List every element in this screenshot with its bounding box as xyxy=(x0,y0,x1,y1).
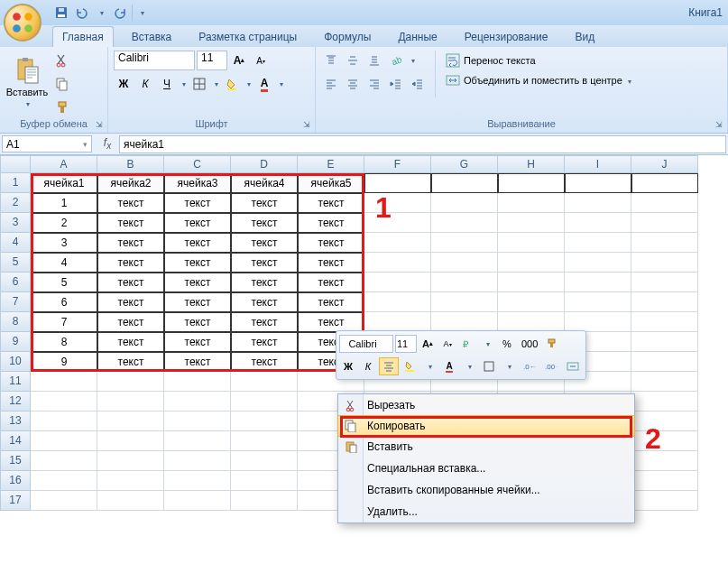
cell[interactable] xyxy=(565,233,631,253)
cell[interactable] xyxy=(631,491,698,511)
cell[interactable] xyxy=(31,451,97,471)
cell[interactable] xyxy=(431,312,498,332)
cell[interactable] xyxy=(431,213,498,233)
select-all-corner[interactable] xyxy=(0,155,31,173)
cell[interactable] xyxy=(431,273,498,292)
orientation-button[interactable]: ab xyxy=(386,51,406,70)
mini-accounting-dropdown[interactable] xyxy=(478,335,496,353)
cell[interactable] xyxy=(31,411,97,431)
qat-customize[interactable] xyxy=(132,4,150,22)
cell[interactable] xyxy=(498,253,565,273)
tab-review[interactable]: Рецензирование xyxy=(456,27,558,47)
cell[interactable]: текст xyxy=(164,233,231,253)
mini-align-center[interactable] xyxy=(379,357,399,375)
col-header-b[interactable]: B xyxy=(97,155,164,173)
wrap-text-button[interactable]: Перенос текста xyxy=(441,51,636,70)
mini-decrease-font[interactable]: A▾ xyxy=(438,335,456,353)
ctx-cut[interactable]: Вырезать xyxy=(338,394,634,416)
cell[interactable]: 8 xyxy=(31,332,97,352)
row-header[interactable]: 6 xyxy=(0,273,31,292)
tab-insert[interactable]: Вставка xyxy=(123,27,181,47)
cell[interactable] xyxy=(498,193,565,213)
cell[interactable]: текст xyxy=(97,292,164,312)
cell[interactable]: текст xyxy=(164,213,231,233)
mini-increase-font[interactable]: A▴ xyxy=(419,335,437,353)
underline-button[interactable]: Ч xyxy=(157,74,177,94)
cell[interactable] xyxy=(565,273,631,292)
cell[interactable] xyxy=(364,253,431,273)
align-top-button[interactable] xyxy=(321,51,341,70)
cell[interactable] xyxy=(364,312,431,332)
cell[interactable] xyxy=(164,392,231,411)
row-header[interactable]: 3 xyxy=(0,213,31,233)
col-header-i[interactable]: I xyxy=(565,155,631,173)
cell[interactable] xyxy=(631,213,698,233)
cell[interactable]: текст xyxy=(298,253,364,273)
cell[interactable]: текст xyxy=(231,352,298,372)
cell[interactable]: текст xyxy=(164,193,231,213)
clipboard-dialog-launcher[interactable]: ⇲ xyxy=(93,118,106,131)
cell[interactable]: текст xyxy=(231,233,298,253)
cell[interactable] xyxy=(565,292,631,312)
cell[interactable] xyxy=(631,451,698,471)
cell[interactable]: ячейка5 xyxy=(298,173,364,193)
cell[interactable] xyxy=(498,233,565,253)
cell[interactable] xyxy=(565,312,631,332)
font-dialog-launcher[interactable]: ⇲ xyxy=(300,118,313,131)
ctx-delete[interactable]: Удалить... xyxy=(338,501,634,522)
mini-fill-dropdown[interactable] xyxy=(420,357,438,375)
cell[interactable] xyxy=(498,312,565,332)
align-center-button[interactable] xyxy=(343,74,363,94)
cell[interactable]: текст xyxy=(231,273,298,292)
ctx-insert-copied[interactable]: Вставить скопированные ячейки... xyxy=(338,479,634,501)
cell[interactable]: текст xyxy=(231,213,298,233)
tab-formulas[interactable]: Формулы xyxy=(315,27,380,47)
row-header[interactable]: 5 xyxy=(0,253,31,273)
cell[interactable] xyxy=(631,352,698,372)
decrease-indent-button[interactable] xyxy=(386,74,406,94)
row-header[interactable]: 4 xyxy=(0,233,31,253)
cell[interactable] xyxy=(164,451,231,471)
cell[interactable]: текст xyxy=(97,233,164,253)
cell[interactable] xyxy=(431,173,498,193)
row-header[interactable]: 16 xyxy=(0,471,31,491)
cell[interactable]: 3 xyxy=(31,233,97,253)
row-header[interactable]: 15 xyxy=(0,451,31,471)
mini-decrease-decimal[interactable]: .00→ xyxy=(541,357,561,375)
cell[interactable] xyxy=(631,273,698,292)
cell[interactable] xyxy=(231,372,298,392)
cell[interactable]: текст xyxy=(231,193,298,213)
mini-increase-decimal[interactable]: .0← xyxy=(520,357,539,375)
mini-fill-color[interactable] xyxy=(401,357,419,375)
cell[interactable]: ячейка4 xyxy=(231,173,298,193)
cell[interactable] xyxy=(231,411,298,431)
cell[interactable] xyxy=(431,253,498,273)
cell[interactable] xyxy=(364,173,431,193)
cell[interactable] xyxy=(631,471,698,491)
mini-merge[interactable] xyxy=(563,357,583,375)
cell[interactable] xyxy=(97,431,164,451)
bold-button[interactable]: Ж xyxy=(114,74,134,94)
cell[interactable] xyxy=(97,392,164,411)
row-header[interactable]: 7 xyxy=(0,292,31,312)
cell[interactable] xyxy=(31,372,97,392)
mini-borders-dropdown[interactable] xyxy=(500,357,518,375)
cell[interactable]: текст xyxy=(97,312,164,332)
cell[interactable]: 6 xyxy=(31,292,97,312)
cell[interactable]: ячейка2 xyxy=(97,173,164,193)
align-middle-button[interactable] xyxy=(343,51,363,70)
cell[interactable]: текст xyxy=(164,312,231,332)
cell[interactable]: текст xyxy=(298,213,364,233)
cell[interactable]: текст xyxy=(298,312,364,332)
cell[interactable] xyxy=(498,273,565,292)
cell[interactable] xyxy=(164,431,231,451)
cell[interactable] xyxy=(164,471,231,491)
font-size-select[interactable]: 11 xyxy=(197,51,227,70)
cell[interactable] xyxy=(631,193,698,213)
increase-indent-button[interactable] xyxy=(408,74,428,94)
orientation-dropdown[interactable] xyxy=(408,51,417,70)
format-painter-button[interactable] xyxy=(52,97,72,117)
cell[interactable]: текст xyxy=(298,273,364,292)
cell[interactable]: 4 xyxy=(31,253,97,273)
row-header[interactable]: 17 xyxy=(0,491,31,511)
